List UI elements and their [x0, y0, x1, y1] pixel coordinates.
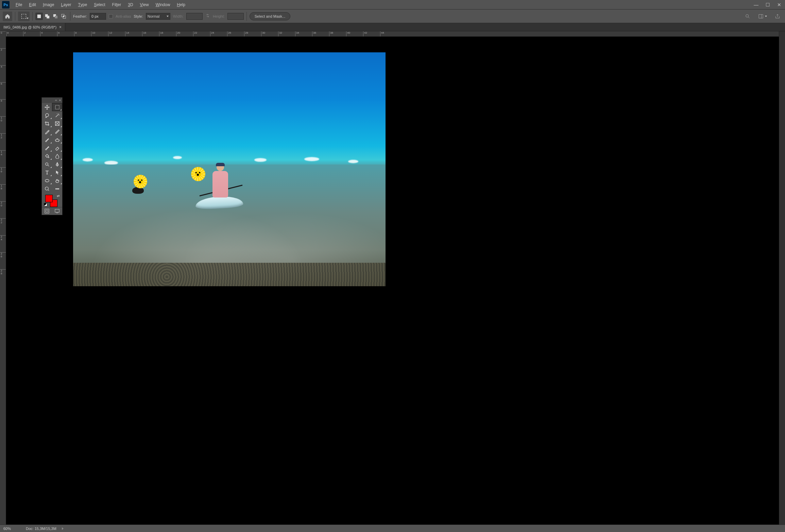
svg-point-17 — [57, 188, 57, 189]
document-view[interactable]: ‹‹ × ⇄ — [6, 37, 779, 525]
menu-3d[interactable]: 3D — [124, 0, 136, 9]
ruler-tick: 6 — [0, 82, 6, 85]
document-tab-strip: IMG_0486.jpg @ 60% (RGB/8*) × — [0, 23, 785, 31]
foreground-color-swatch[interactable] — [45, 195, 53, 202]
magic-wand-tool[interactable] — [52, 111, 62, 119]
menu-layer[interactable]: Layer — [57, 0, 74, 9]
menu-filter[interactable]: Filter — [109, 0, 125, 9]
zoom-level[interactable]: 60% — [3, 527, 20, 531]
swap-colors-button[interactable]: ⇄ — [57, 194, 59, 198]
eraser-tool-icon — [55, 145, 60, 151]
close-icon[interactable]: × — [59, 99, 61, 102]
svg-rect-7 — [63, 16, 64, 17]
document-tab-close-button[interactable]: × — [59, 25, 62, 30]
shape-tool[interactable] — [42, 176, 52, 185]
menu-edit[interactable]: Edit — [25, 0, 39, 9]
path-select-tool[interactable] — [52, 168, 62, 176]
marquee-tool-icon — [55, 105, 60, 110]
doc-size-label: Doc: 15,3M/15,3M — [26, 527, 56, 531]
move-tool[interactable] — [42, 103, 52, 111]
feather-input[interactable]: 0 px — [90, 13, 106, 20]
ruler-horizontal[interactable]: 0246810121416182022242628303234363840424… — [6, 31, 779, 37]
flyout-indicator-icon — [61, 150, 62, 152]
ruler-tick: 10 — [91, 31, 95, 36]
dodge-tool[interactable] — [42, 160, 52, 168]
workspace-switcher-button[interactable] — [756, 12, 769, 21]
selection-subtract-button[interactable] — [52, 13, 59, 20]
select-and-mask-button[interactable]: Select and Mask... — [250, 12, 291, 20]
menu-window[interactable]: Window — [152, 0, 174, 9]
lasso-tool-icon — [45, 113, 50, 118]
selection-new-button[interactable] — [35, 13, 43, 20]
marquee-tool[interactable] — [52, 103, 62, 111]
status-bar: 60% Doc: 15,3M/15,3M — [0, 525, 785, 532]
flyout-indicator-icon — [61, 134, 62, 135]
ruler-tick: 24 — [210, 31, 214, 36]
flyout-indicator-icon — [50, 126, 52, 127]
selection-add-button[interactable] — [44, 13, 51, 20]
type-tool[interactable] — [42, 168, 52, 176]
style-label: Style: — [134, 14, 143, 18]
ruler-tick: 10 — [0, 116, 6, 122]
flyout-indicator-icon — [61, 183, 62, 184]
search-button[interactable] — [743, 12, 752, 21]
right-dock-strip[interactable] — [779, 31, 785, 525]
ruler-tick: 14 — [0, 150, 6, 156]
ruler-angle-tool[interactable] — [52, 127, 62, 136]
canvas[interactable] — [73, 52, 386, 286]
eraser-tool[interactable] — [52, 144, 62, 152]
tools-panel[interactable]: ‹‹ × ⇄ — [41, 97, 63, 215]
home-icon — [5, 14, 10, 19]
ruler-tick: 8 — [0, 99, 6, 102]
clone-stamp-tool[interactable] — [52, 136, 62, 144]
status-flyout-button[interactable] — [62, 527, 64, 530]
window-minimize-button[interactable]: — — [750, 0, 762, 9]
flyout-indicator-icon — [61, 158, 62, 160]
collapse-icon[interactable]: ‹‹ — [55, 99, 57, 102]
tools-panel-header[interactable]: ‹‹ × — [42, 98, 62, 103]
home-button[interactable] — [3, 12, 12, 21]
menu-help[interactable]: Help — [173, 0, 189, 9]
window-close-button[interactable]: ✕ — [773, 0, 785, 9]
menu-view[interactable]: View — [137, 0, 152, 9]
app-logo: Ps — [2, 1, 10, 8]
blur-tool[interactable] — [52, 152, 62, 160]
frame-tool[interactable] — [52, 119, 62, 127]
screen-mode-button[interactable] — [52, 207, 62, 215]
style-value: Normal — [148, 14, 159, 18]
history-brush-tool[interactable] — [42, 144, 52, 152]
document-tab[interactable]: IMG_0486.jpg @ 60% (RGB/8*) × — [0, 23, 65, 31]
lasso-tool[interactable] — [42, 111, 52, 119]
hand-tool[interactable] — [52, 176, 62, 185]
quick-mask-button[interactable] — [42, 207, 52, 215]
paint-bucket-tool[interactable] — [42, 152, 52, 160]
type-tool-icon — [45, 170, 50, 175]
selection-intersect-button[interactable] — [60, 13, 67, 20]
svg-rect-19 — [45, 209, 49, 213]
brush-tool[interactable] — [42, 136, 52, 144]
flyout-indicator-icon — [50, 142, 52, 143]
menu-file[interactable]: File — [12, 0, 25, 9]
pen-tool[interactable] — [52, 160, 62, 168]
ruler-tick: 12 — [108, 31, 112, 36]
crop-tool[interactable] — [42, 119, 52, 127]
swap-wh-icon — [205, 13, 210, 18]
more-tools[interactable] — [52, 185, 62, 193]
caret-down-icon — [27, 18, 29, 19]
ruler-vertical[interactable]: 0246810121416182022242628 — [0, 31, 6, 525]
current-tool-indicator[interactable] — [18, 12, 30, 21]
anti-alias-checkbox — [109, 14, 113, 18]
share-button[interactable] — [773, 12, 782, 21]
default-colors-button[interactable] — [44, 203, 47, 206]
flyout-indicator-icon — [50, 167, 52, 168]
window-maximize-button[interactable]: ☐ — [762, 0, 773, 9]
style-select[interactable]: Normal — [146, 13, 170, 20]
ruler-tick: 16 — [0, 167, 6, 173]
crop-tool-icon — [45, 121, 50, 126]
eyedropper-tool-icon — [45, 129, 50, 134]
menu-type[interactable]: Type — [74, 0, 90, 9]
menu-select[interactable]: Select — [90, 0, 108, 9]
menu-image[interactable]: Image — [39, 0, 57, 9]
zoom-tool[interactable] — [42, 185, 52, 193]
eyedropper-tool[interactable] — [42, 127, 52, 136]
